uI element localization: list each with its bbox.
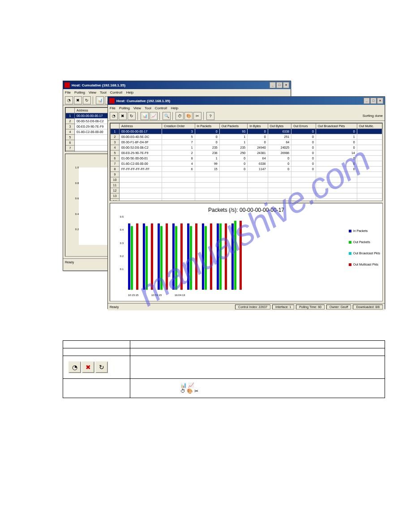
menu-file[interactable]: File (65, 90, 71, 94)
desc-row: 📊 📈 ⏱ 🎨 ✂ (63, 379, 385, 398)
col-header[interactable]: Out Bytes (268, 124, 291, 129)
desc-row: ◔ ✖ ↻ (63, 356, 385, 379)
col-header[interactable]: Out Packets (219, 124, 247, 129)
table-row[interactable]: 11 (111, 183, 382, 188)
table-row[interactable]: 13 (111, 193, 382, 199)
cut-icon[interactable]: ✂ (194, 388, 198, 394)
menubar-back: File Polling View Tool Control! Help (63, 89, 291, 95)
x-tick-label: 16:04:13 (175, 294, 198, 296)
toolbar-front: ◔ ✖ ↻ 📊 📈 🔍 ⏱ 🎨 ✂ ? Sorting done (108, 111, 385, 121)
close-button[interactable]: × (283, 82, 289, 88)
tb-chart1[interactable]: 📊 (96, 96, 104, 104)
timer-icon[interactable]: ⏱ (180, 388, 185, 394)
status-interface: Interface: 1 (272, 305, 294, 309)
minimize-button[interactable]: _ (270, 82, 276, 88)
tb-poll[interactable]: ◔ (110, 112, 118, 120)
col-header[interactable]: In Bytes (248, 124, 268, 129)
table-row[interactable]: 200-00-E0-40-5E-DC501025101 (111, 134, 382, 140)
barchart-icon[interactable]: 📊 (180, 382, 187, 388)
col-header[interactable]: Creation Order (162, 124, 195, 129)
tb-color[interactable]: 🎨 (184, 112, 193, 120)
col-header[interactable]: Address (120, 124, 162, 129)
table-area-front: AddressCreation OrderIn PacketsOut Packe… (110, 123, 383, 201)
col-header[interactable]: In Packets (195, 124, 219, 129)
tb-find[interactable]: 🔍 (163, 112, 171, 120)
x-tick-label: 10:15:15 (128, 294, 151, 296)
menu-tool[interactable]: Tool (100, 90, 107, 94)
menu-view[interactable]: View (89, 90, 96, 94)
minimize-button[interactable]: _ (364, 98, 370, 104)
stop-icon[interactable]: ✖ (82, 361, 94, 373)
tb-chart1[interactable]: 📊 (141, 112, 149, 120)
menu-file[interactable]: File (110, 106, 116, 110)
chart-bar (210, 223, 212, 290)
app-icon (64, 82, 70, 88)
chart-bar (158, 223, 160, 290)
chart-bar (131, 226, 133, 290)
table-row[interactable]: 9 (111, 172, 382, 177)
titlebar-back[interactable]: Host: Cumulative (192.168.1.35) _ □ × (63, 81, 291, 89)
menu-polling[interactable]: Polling (119, 106, 130, 110)
chart-bar (180, 223, 183, 290)
color-icon[interactable]: 🎨 (187, 388, 193, 394)
chart-bar (225, 223, 227, 290)
chart-title: Packets (/s): 00-00-00-00-00-17 (110, 203, 382, 217)
table-row[interactable]: 12 (111, 188, 382, 193)
col-header[interactable]: Out Multic. (357, 124, 382, 129)
menu-control[interactable]: Control! (110, 90, 123, 94)
menu-view[interactable]: View (133, 106, 141, 110)
chart-bar (195, 223, 197, 290)
table-row[interactable]: 8FF-FF-FF-FF-FF-FF61501147000 (111, 167, 382, 172)
table-row[interactable]: 10 (111, 177, 382, 183)
table-row[interactable]: 14 (111, 199, 382, 202)
close-button[interactable]: × (377, 98, 383, 104)
chart-bar (172, 223, 175, 290)
col-header[interactable]: Out Broadcast Pkts (316, 124, 357, 129)
status-control-index: Control Index: 22637 (235, 305, 270, 309)
x-tick-label: 10:59:15 (151, 294, 175, 296)
table-row[interactable]: 400-00-52-D0-08-C21235235249402402500 (111, 145, 382, 150)
menu-help[interactable]: Help (171, 106, 178, 110)
status-downloaded: Downloaded: 8/8 (353, 305, 383, 309)
status-ready: Ready (110, 305, 233, 309)
tb-refresh[interactable]: ↻ (128, 112, 136, 120)
maximize-button[interactable]: □ (276, 82, 283, 88)
poll-icon[interactable]: ◔ (68, 361, 81, 373)
chart-bar (187, 223, 189, 290)
chart-bar (160, 226, 163, 290)
table-row[interactable]: 500-E0-29-90-7E-F922362502438126986014 (111, 150, 382, 156)
table-row[interactable]: 100-00-00-00-00-1730930633800 (111, 129, 382, 134)
tb-stop[interactable]: ✖ (119, 112, 127, 120)
chart-bar (143, 223, 145, 290)
table-row[interactable]: 701-80-C2-00-00-0049906336000 (111, 161, 382, 167)
legend-item: Out Packets (349, 240, 380, 244)
tb-chart2[interactable]: 📈 (150, 112, 158, 120)
table-row[interactable]: 601-00-5E-00-00-0181064000 (111, 156, 382, 161)
refresh-icon[interactable]: ↻ (95, 361, 108, 373)
tb-refresh[interactable]: ↻ (83, 96, 91, 104)
chart-bar (128, 223, 130, 290)
chart-bar (231, 223, 234, 290)
status-polling-time: Polling Time: 60 (296, 305, 325, 309)
tb-timer[interactable]: ⏱ (176, 112, 184, 120)
table-row[interactable]: 300-30-F1-8F-D4-9F70106400 (111, 140, 382, 145)
menu-control[interactable]: Control! (155, 106, 167, 110)
chart-bar (202, 223, 204, 290)
menu-tool[interactable]: Tool (145, 106, 151, 110)
chart-bar (146, 226, 148, 290)
tb-poll[interactable]: ◔ (65, 96, 73, 104)
tb-help[interactable]: ? (206, 112, 214, 120)
chart-bar (136, 223, 138, 290)
chart-area-front: Packets (/s): 00-00-00-00-00-17 0.50.40.… (110, 203, 383, 301)
tb-stop[interactable]: ✖ (74, 96, 82, 104)
menu-help[interactable]: Help (126, 90, 133, 94)
status-owner: Owner: Geoff (326, 305, 351, 309)
chart-bar (175, 226, 177, 290)
tb-cut[interactable]: ✂ (193, 112, 201, 120)
menu-polling[interactable]: Polling (74, 90, 85, 94)
linechart-icon[interactable]: 📈 (188, 382, 194, 388)
maximize-button[interactable]: □ (370, 98, 377, 104)
chart-bar (219, 223, 222, 290)
col-header[interactable]: Out Errors (291, 124, 316, 129)
titlebar-front[interactable]: Host: Cumulative (192.168.1.35) _ □ × (108, 97, 385, 105)
